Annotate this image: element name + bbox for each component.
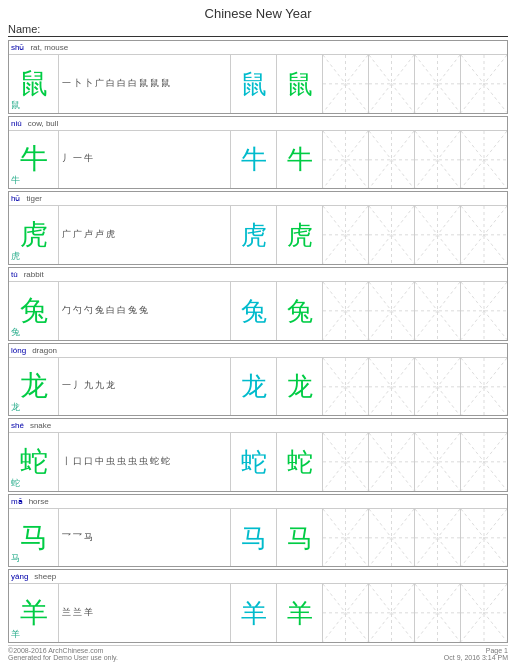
stroke-char: 丿 bbox=[72, 381, 83, 391]
stroke-char: 虫 bbox=[105, 457, 116, 467]
main-char-cell: 牛牛 bbox=[9, 131, 59, 189]
page-title: Chinese New Year bbox=[8, 6, 508, 21]
practice-cell[interactable] bbox=[415, 131, 461, 189]
stroke-char: 白 bbox=[127, 79, 138, 89]
guide-lines bbox=[461, 584, 507, 642]
practice-cell[interactable] bbox=[369, 584, 415, 642]
name-line: Name: bbox=[8, 23, 508, 37]
stroke-char: 一 bbox=[61, 381, 72, 391]
practice-cell[interactable] bbox=[323, 131, 369, 189]
practice-cell[interactable] bbox=[369, 282, 415, 340]
guide-lines bbox=[369, 358, 414, 416]
cells-row: 蛇蛇丨口口中虫虫虫虫蛇蛇蛇蛇 bbox=[9, 433, 507, 491]
practice-cell[interactable] bbox=[369, 433, 415, 491]
stroke-char: 丿 bbox=[61, 154, 72, 164]
stroke-sequence-area: 乛乛马 bbox=[59, 509, 231, 567]
practice-cell[interactable] bbox=[461, 55, 507, 113]
characters-grid: shǔrat, mouse鼠鼠一卜卜广白白白鼠鼠鼠鼠鼠 bbox=[8, 40, 508, 643]
practice-cell[interactable] bbox=[415, 433, 461, 491]
stroke-char: 中 bbox=[94, 457, 105, 467]
main-char-cell: 羊羊 bbox=[9, 584, 59, 642]
example-char-display: 虎 bbox=[287, 222, 313, 248]
practice-cell[interactable] bbox=[415, 55, 461, 113]
stroke-char: 卜 bbox=[72, 79, 83, 89]
practice-cell[interactable] bbox=[461, 358, 507, 416]
practice-cell[interactable] bbox=[461, 584, 507, 642]
guide-lines bbox=[323, 282, 368, 340]
practice-cell[interactable] bbox=[461, 131, 507, 189]
practice-cell[interactable] bbox=[369, 131, 415, 189]
practice-cell[interactable] bbox=[369, 206, 415, 264]
example-char-1: 鼠 bbox=[231, 55, 277, 113]
meaning: rabbit bbox=[24, 270, 44, 279]
stroke-char: 蛇 bbox=[149, 457, 160, 467]
stroke-char: 勹 bbox=[61, 306, 72, 316]
practice-cell[interactable] bbox=[461, 206, 507, 264]
example-char-1: 虎 bbox=[231, 206, 277, 264]
main-char: 鼠 bbox=[20, 70, 48, 98]
practice-cell[interactable] bbox=[369, 358, 415, 416]
stroke-char: 乛 bbox=[72, 533, 83, 543]
main-char: 龙 bbox=[20, 372, 48, 400]
page: Chinese New Year Name: shǔrat, mouse鼠鼠一卜… bbox=[0, 0, 516, 665]
char-row: mǎhorse马马乛乛马马马 bbox=[8, 494, 508, 568]
footer-left: ©2008-2016 ArchChinese.comGenerated for … bbox=[8, 647, 118, 661]
main-char: 虎 bbox=[20, 221, 48, 249]
example-char-display: 羊 bbox=[241, 600, 267, 626]
practice-cell[interactable] bbox=[323, 55, 369, 113]
guide-lines bbox=[415, 131, 460, 189]
stroke-char: 虎 bbox=[105, 230, 116, 240]
main-char-cell: 兔兔 bbox=[9, 282, 59, 340]
example-char-display: 牛 bbox=[241, 146, 267, 172]
example-char-display: 兔 bbox=[287, 298, 313, 324]
practice-cell[interactable] bbox=[369, 55, 415, 113]
practice-cell[interactable] bbox=[415, 509, 461, 567]
guide-lines bbox=[415, 584, 460, 642]
guide-lines bbox=[323, 584, 368, 642]
practice-cell[interactable] bbox=[415, 584, 461, 642]
practice-cell[interactable] bbox=[323, 584, 369, 642]
example-char-1: 牛 bbox=[231, 131, 277, 189]
practice-cell[interactable] bbox=[415, 282, 461, 340]
meaning: sheep bbox=[34, 572, 56, 581]
main-char-cell: 蛇蛇 bbox=[9, 433, 59, 491]
stroke-char: 白 bbox=[116, 79, 127, 89]
practice-cell[interactable] bbox=[323, 433, 369, 491]
stroke-char: 鼠 bbox=[149, 79, 160, 89]
practice-cell[interactable] bbox=[369, 509, 415, 567]
practice-cell[interactable] bbox=[461, 509, 507, 567]
stroke-char: 勺 bbox=[83, 306, 94, 316]
small-char: 牛 bbox=[11, 174, 20, 187]
practice-cell[interactable] bbox=[323, 358, 369, 416]
cells-row: 羊羊兰兰羊羊羊 bbox=[9, 584, 507, 642]
practice-cell[interactable] bbox=[415, 358, 461, 416]
practice-cell[interactable] bbox=[461, 282, 507, 340]
stroke-char: 龙 bbox=[105, 381, 116, 391]
small-char: 鼠 bbox=[11, 99, 20, 112]
stroke-char: 卜 bbox=[83, 79, 94, 89]
practice-cell[interactable] bbox=[323, 206, 369, 264]
example-char-2: 龙 bbox=[277, 358, 323, 416]
small-char: 兔 bbox=[11, 326, 20, 339]
guide-lines bbox=[323, 206, 368, 264]
practice-cell[interactable] bbox=[323, 282, 369, 340]
stroke-sequence-area: 勹勺勺兔白白兔兔 bbox=[59, 282, 231, 340]
practice-cell[interactable] bbox=[461, 433, 507, 491]
example-char-1: 龙 bbox=[231, 358, 277, 416]
stroke-char: 虫 bbox=[116, 457, 127, 467]
guide-lines bbox=[323, 358, 368, 416]
stroke-char: 白 bbox=[105, 306, 116, 316]
practice-cell[interactable] bbox=[415, 206, 461, 264]
example-char-2: 马 bbox=[277, 509, 323, 567]
footer: ©2008-2016 ArchChinese.comGenerated for … bbox=[8, 645, 508, 661]
stroke-char: 广 bbox=[94, 79, 105, 89]
practice-cell[interactable] bbox=[323, 509, 369, 567]
cells-row: 鼠鼠一卜卜广白白白鼠鼠鼠鼠鼠 bbox=[9, 55, 507, 113]
char-row: shǔrat, mouse鼠鼠一卜卜广白白白鼠鼠鼠鼠鼠 bbox=[8, 40, 508, 114]
cells-row: 虎虎广广卢卢虎虎虎 bbox=[9, 206, 507, 264]
example-char-2: 兔 bbox=[277, 282, 323, 340]
main-char: 蛇 bbox=[20, 448, 48, 476]
small-char: 羊 bbox=[11, 628, 20, 641]
pinyin: shǔ bbox=[11, 43, 24, 52]
stroke-char: 丨 bbox=[61, 457, 72, 467]
